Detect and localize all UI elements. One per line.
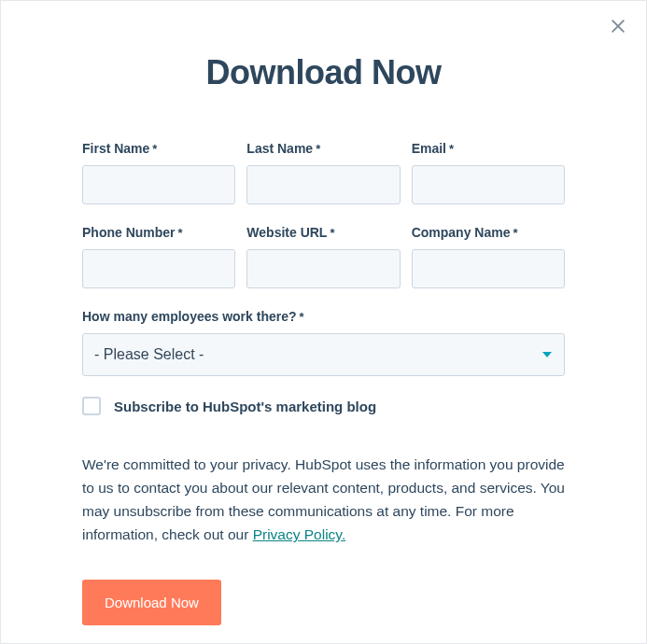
form-row-2: Phone Number* Website URL* Company Name*	[82, 225, 565, 288]
required-marker: *	[152, 142, 157, 156]
employees-select[interactable]: - Please Select -	[82, 333, 565, 376]
first-name-label: First Name*	[82, 141, 235, 156]
modal-top-border	[1, 0, 646, 1]
employees-select-wrap: - Please Select -	[82, 333, 565, 376]
modal-title: Download Now	[1, 53, 646, 92]
download-form: First Name* Last Name* Email* Phone Numb…	[82, 141, 565, 625]
phone-input[interactable]	[82, 249, 235, 288]
subscribe-label: Subscribe to HubSpot's marketing blog	[114, 399, 376, 414]
subscribe-checkbox[interactable]	[82, 397, 101, 415]
phone-label: Phone Number*	[82, 225, 235, 240]
employees-selected-value: - Please Select -	[94, 346, 204, 363]
last-name-label-text: Last Name	[246, 141, 313, 156]
privacy-policy-link[interactable]: Privacy Policy.	[253, 526, 346, 542]
required-marker: *	[449, 142, 454, 156]
close-button[interactable]	[607, 17, 629, 39]
field-company: Company Name*	[412, 225, 565, 288]
website-label-text: Website URL	[246, 225, 327, 240]
last-name-label: Last Name*	[246, 141, 400, 156]
employees-label: How many employees work there?*	[82, 309, 565, 324]
form-row-1: First Name* Last Name* Email*	[82, 141, 565, 204]
employees-label-text: How many employees work there?	[82, 309, 297, 324]
close-icon	[609, 17, 627, 39]
first-name-input[interactable]	[82, 165, 235, 204]
company-label-text: Company Name	[412, 225, 511, 240]
required-marker: *	[178, 226, 183, 240]
company-input[interactable]	[412, 249, 565, 288]
field-first-name: First Name*	[82, 141, 235, 204]
required-marker: *	[316, 142, 320, 156]
company-label: Company Name*	[412, 225, 565, 240]
submit-button[interactable]: Download Now	[82, 580, 221, 625]
website-label: Website URL*	[246, 225, 400, 240]
email-label-text: Email	[412, 141, 446, 156]
email-label: Email*	[412, 141, 565, 156]
field-last-name: Last Name*	[246, 141, 400, 204]
field-website: Website URL*	[246, 225, 400, 288]
first-name-label-text: First Name	[82, 141, 149, 156]
form-row-3: How many employees work there?* - Please…	[82, 309, 565, 376]
website-input[interactable]	[246, 249, 400, 288]
email-input[interactable]	[412, 165, 565, 204]
required-marker: *	[300, 310, 304, 324]
subscribe-row: Subscribe to HubSpot's marketing blog	[82, 397, 565, 415]
required-marker: *	[513, 226, 517, 240]
privacy-text: We're committed to your privacy. HubSpot…	[82, 453, 565, 546]
required-marker: *	[330, 226, 334, 240]
last-name-input[interactable]	[246, 165, 400, 204]
field-employees: How many employees work there?* - Please…	[82, 309, 565, 376]
field-email: Email*	[412, 141, 565, 204]
phone-label-text: Phone Number	[82, 225, 176, 240]
field-phone: Phone Number*	[82, 225, 235, 288]
download-modal: Download Now First Name* Last Name* Emai…	[0, 0, 647, 644]
